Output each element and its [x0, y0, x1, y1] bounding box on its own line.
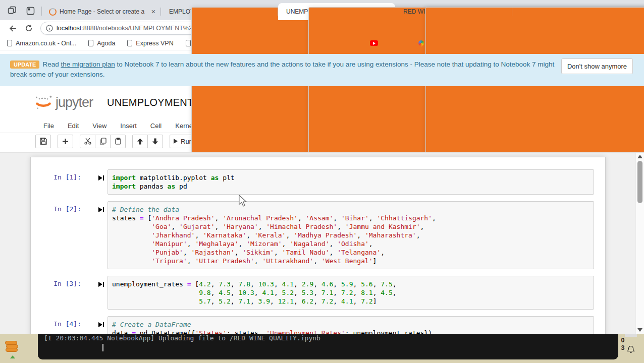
dismiss-banner-button[interactable]: Don't show anymore: [561, 58, 633, 74]
notebook-scroll-area[interactable]: In [1]:import matplotlib.pyplot as pltim…: [0, 152, 644, 334]
clock-digit-bottom: 3: [620, 344, 626, 352]
page-icon: [88, 40, 93, 46]
run-cell-icon: [98, 174, 105, 195]
tab-close-icon[interactable]: ×: [149, 7, 158, 16]
workspaces-icon[interactable]: [3, 2, 21, 19]
browser-tab-strip: Home Page - Select or create a ...×EMPLO…: [0, 0, 644, 20]
page-icon: [127, 40, 132, 46]
youtube-icon: [370, 40, 378, 46]
run-cell-icon: [98, 321, 105, 334]
url-host: localhost: [57, 25, 81, 32]
cell-input[interactable]: unemployment_rates = [4.2, 7.3, 7.8, 10.…: [108, 276, 594, 310]
copy-cell-button[interactable]: [95, 135, 111, 148]
jupyter-logo-icon[interactable]: [33, 93, 53, 111]
bookmark-item[interactable]: Agoda: [88, 40, 115, 47]
menu-edit[interactable]: Edit: [65, 122, 82, 130]
running-indicator-icon: [10, 355, 15, 358]
back-icon[interactable]: [6, 22, 19, 35]
update-badge: UPDATE: [10, 60, 39, 69]
cell-prompt: In [1]:: [31, 169, 81, 195]
browser-tab[interactable]: RED WINE QUALITY - Jupyter No...×: [395, 3, 512, 20]
migration-plan-link[interactable]: the migration plan: [61, 60, 115, 68]
browser-tab[interactable]: EMPLOYEE SALARIES FOR DIFFE...×: [161, 3, 278, 20]
cell-prompt: In [2]:: [31, 201, 81, 269]
bookmark-label: Express VPN: [136, 40, 173, 47]
code-cell[interactable]: In [4]:# Create a DataFramedata = pd.Dat…: [31, 316, 605, 334]
scroll-up-icon[interactable]: [637, 155, 642, 158]
bookmark-label: Agoda: [97, 40, 115, 47]
page-icon: [7, 40, 12, 46]
cut-cell-button[interactable]: [80, 135, 95, 148]
background-window-edge: [625, 334, 637, 337]
cell-prompt: In [4]:: [31, 316, 81, 334]
browser-tabs: Home Page - Select or create a ...×EMPLO…: [44, 0, 512, 20]
tab-title: Home Page - Select or create a ...: [60, 8, 146, 15]
jupyter-logo-text: jupyter: [56, 95, 93, 110]
notifications-bell-icon[interactable]: [627, 345, 635, 353]
site-info-icon[interactable]: [46, 25, 53, 32]
run-cell-icon: [98, 280, 105, 310]
notebook-container: In [1]:import matplotlib.pyplot as pltim…: [30, 157, 606, 334]
vertical-scrollbar[interactable]: [635, 153, 644, 334]
desktop-strip: [I 20:03:04.445 NotebookApp] Uploading f…: [0, 334, 644, 363]
browser-tab[interactable]: UNEMPLOYMENT IN INDIA - Jup...×: [278, 3, 395, 20]
save-button[interactable]: [35, 135, 51, 148]
cell-input[interactable]: import matplotlib.pyplot as pltimport pa…: [108, 169, 594, 195]
taskbar-clock: 0 3: [620, 337, 626, 352]
cell-prompt: In [3]:: [31, 276, 81, 310]
refresh-icon[interactable]: [22, 22, 35, 35]
spinner-icon: [49, 8, 57, 16]
add-cell-button[interactable]: [58, 135, 73, 148]
scroll-down-icon[interactable]: [637, 328, 642, 332]
menu-file[interactable]: File: [40, 122, 57, 130]
terminal-window[interactable]: [I 20:03:04.445 NotebookApp] Uploading f…: [38, 334, 618, 359]
scrollbar-thumb[interactable]: [637, 161, 642, 203]
code-cell[interactable]: In [3]:unemployment_rates = [4.2, 7.3, 7…: [31, 276, 605, 310]
divider: [41, 7, 42, 16]
banner-text-before: Read: [42, 60, 61, 68]
vertical-tabs-icon[interactable]: [21, 2, 39, 19]
cell-input[interactable]: # Create a DataFramedata = pd.DataFrame(…: [108, 316, 594, 334]
clock-digit-top: 0: [620, 337, 626, 344]
terminal-cursor: [102, 344, 103, 351]
browser-tab[interactable]: Home Page - Select or create a ...×: [44, 3, 161, 20]
menu-cell[interactable]: Cell: [147, 122, 165, 130]
menu-insert[interactable]: Insert: [117, 122, 140, 130]
bookmark-item[interactable]: Express VPN: [127, 40, 173, 47]
cell-input[interactable]: # Define the datastates = ['Andhra Prade…: [108, 201, 594, 269]
bookmark-item[interactable]: Amazon.co.uk - Onl...: [7, 40, 76, 47]
code-cell[interactable]: In [1]:import matplotlib.pyplot as pltim…: [31, 169, 605, 195]
page-icon: [186, 40, 191, 46]
run-cell-icon: [98, 206, 105, 269]
code-cell[interactable]: In [2]:# Define the datastates = ['Andhr…: [31, 201, 605, 269]
notebook7-update-banner: UPDATERead the migration plan to Noteboo…: [0, 54, 644, 86]
terminal-log-line: [I 20:03:04.445 NotebookApp] Uploading f…: [44, 334, 320, 342]
screen: Home Page - Select or create a ...×EMPLO…: [0, 0, 644, 363]
taskbar-app-icon[interactable]: [5, 341, 19, 354]
paste-cell-button[interactable]: [110, 135, 126, 148]
bookmark-label: Amazon.co.uk - Onl...: [16, 40, 76, 47]
move-cell-up-button[interactable]: [132, 135, 148, 148]
menu-view[interactable]: View: [89, 122, 110, 130]
move-cell-down-button[interactable]: [147, 135, 163, 148]
